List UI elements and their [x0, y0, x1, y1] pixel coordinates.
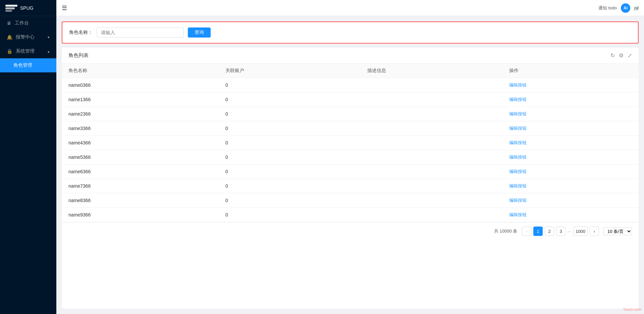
svg-rect-1: [5, 7, 15, 9]
cell-accounts[interactable]: 0: [219, 165, 361, 179]
col-desc: 描述信息: [361, 64, 502, 78]
cell-action: 编辑按钮: [502, 78, 639, 92]
edit-button[interactable]: 编辑按钮: [509, 183, 527, 188]
cell-name: name2366: [62, 107, 219, 121]
search-label: 角色名称：: [69, 29, 93, 36]
table-row: name13660编辑按钮: [62, 92, 639, 107]
edit-button[interactable]: 编辑按钮: [509, 154, 527, 160]
table-row: name23660编辑按钮: [62, 107, 639, 121]
edit-button[interactable]: 编辑按钮: [509, 169, 527, 174]
cell-action: 编辑按钮: [502, 136, 639, 150]
cell-accounts[interactable]: 0: [219, 179, 361, 193]
cell-name: name0366: [62, 78, 219, 92]
edit-button[interactable]: 编辑按钮: [509, 198, 527, 203]
cell-name: name4366: [62, 136, 219, 150]
svg-rect-0: [5, 5, 17, 7]
pagination-page-3[interactable]: 3: [556, 227, 566, 236]
avatar[interactable]: Ai: [621, 3, 630, 13]
pagination-page-1000[interactable]: 1000: [573, 227, 588, 236]
edit-button[interactable]: 编辑按钮: [509, 97, 527, 102]
cell-action: 编辑按钮: [502, 121, 639, 136]
table-row: name03660编辑按钮: [62, 78, 639, 92]
table-body: name03660编辑按钮name13660编辑按钮name23660编辑按钮n…: [62, 78, 639, 222]
sidebar-item-role-management[interactable]: 角色管理: [0, 58, 56, 72]
cell-action: 编辑按钮: [502, 92, 639, 107]
edit-button[interactable]: 编辑按钮: [509, 82, 527, 87]
username-label[interactable]: pjl: [634, 5, 639, 10]
sidebar-item-label: 系统管理: [16, 48, 35, 54]
cell-desc: [361, 165, 502, 179]
data-table: 角色名称 关联账户 描述信息 操作 name03660编辑按钮name13660…: [62, 64, 639, 222]
watermark: Yuucn.com: [623, 307, 641, 311]
pagination-page-1[interactable]: 1: [533, 227, 543, 236]
edit-button[interactable]: 编辑按钮: [509, 111, 527, 116]
cell-action: 编辑按钮: [502, 150, 639, 165]
search-input[interactable]: [97, 27, 184, 38]
sidebar-item-label: 角色管理: [13, 62, 32, 68]
table-title: 角色列表: [68, 52, 610, 59]
table-row: name63660编辑按钮: [62, 165, 639, 179]
content-area: 角色名称： 查询 角色列表 ↻ ⚙ ⤢ 角色名称 关联账户 描述信息: [56, 16, 644, 314]
cell-accounts[interactable]: 0: [219, 150, 361, 165]
notification-button[interactable]: 通知 todo: [598, 5, 617, 11]
sidebar-item-report-center[interactable]: 🔔 报警中心 ▾: [0, 30, 56, 44]
pagination-ellipsis: ···: [568, 229, 571, 234]
menu-toggle-button[interactable]: ☰: [62, 4, 67, 12]
pagination-prev-button[interactable]: ‹: [522, 227, 531, 236]
cell-name: name9366: [62, 208, 219, 222]
sidebar-item-system-management[interactable]: 🔒 系统管理 ▴: [0, 44, 56, 58]
header: ☰ 通知 todo Ai pjl: [56, 0, 644, 16]
table-row: name73660编辑按钮: [62, 179, 639, 193]
sidebar-logo: SPUG: [0, 0, 56, 16]
cell-name: name1366: [62, 92, 219, 107]
cell-accounts[interactable]: 0: [219, 107, 361, 121]
table-row: name83660编辑按钮: [62, 193, 639, 208]
main-area: ☰ 通知 todo Ai pjl 角色名称： 查询 角色列表 ↻ ⚙ ⤢: [56, 0, 644, 314]
pagination-page-2[interactable]: 2: [545, 227, 554, 236]
chevron-up-icon: ▴: [48, 49, 50, 54]
cell-action: 编辑按钮: [502, 179, 639, 193]
pagination-total: 共 10000 条: [494, 228, 517, 234]
cell-desc: [361, 208, 502, 222]
cell-name: name5366: [62, 150, 219, 165]
edit-button[interactable]: 编辑按钮: [509, 140, 527, 145]
cell-accounts[interactable]: 0: [219, 136, 361, 150]
cell-action: 编辑按钮: [502, 208, 639, 222]
refresh-icon[interactable]: ↻: [610, 52, 615, 59]
cell-accounts[interactable]: 0: [219, 92, 361, 107]
svg-rect-2: [5, 10, 12, 12]
table-row: name43660编辑按钮: [62, 136, 639, 150]
table-row: name93660编辑按钮: [62, 208, 639, 222]
edit-button[interactable]: 编辑按钮: [509, 212, 527, 217]
cell-accounts[interactable]: 0: [219, 193, 361, 208]
cell-name: name6366: [62, 165, 219, 179]
sidebar-item-workbench[interactable]: 🖥 工作台: [0, 16, 56, 30]
table-panel: 角色列表 ↻ ⚙ ⤢ 角色名称 关联账户 描述信息 操作 nam: [62, 48, 639, 309]
col-accounts: 关联账户: [219, 64, 361, 78]
search-button[interactable]: 查询: [188, 27, 211, 38]
col-action: 操作: [502, 64, 639, 78]
cell-desc: [361, 121, 502, 136]
fullscreen-icon[interactable]: ⤢: [628, 52, 632, 59]
cell-action: 编辑按钮: [502, 165, 639, 179]
cell-accounts[interactable]: 0: [219, 208, 361, 222]
spug-logo-icon: [5, 3, 17, 13]
table-header-row: 角色名称 关联账户 描述信息 操作: [62, 64, 639, 78]
pagination-next-button[interactable]: ›: [590, 227, 599, 236]
cell-desc: [361, 92, 502, 107]
monitor-icon: 🖥: [7, 20, 11, 26]
page-size-select[interactable]: 10 条/页 20 条/页 50 条/页: [603, 228, 632, 235]
cell-desc: [361, 107, 502, 121]
cell-name: name8366: [62, 193, 219, 208]
cell-action: 编辑按钮: [502, 193, 639, 208]
edit-button[interactable]: 编辑按钮: [509, 126, 527, 131]
cell-accounts[interactable]: 0: [219, 78, 361, 92]
sidebar-item-label: 报警中心: [16, 34, 35, 40]
chevron-down-icon: ▾: [48, 35, 50, 40]
col-name: 角色名称: [62, 64, 219, 78]
cell-accounts[interactable]: 0: [219, 121, 361, 136]
cell-name: name7366: [62, 179, 219, 193]
table-row: name53660编辑按钮: [62, 150, 639, 165]
bell-icon: 🔔: [7, 35, 12, 40]
settings-icon[interactable]: ⚙: [619, 52, 624, 59]
